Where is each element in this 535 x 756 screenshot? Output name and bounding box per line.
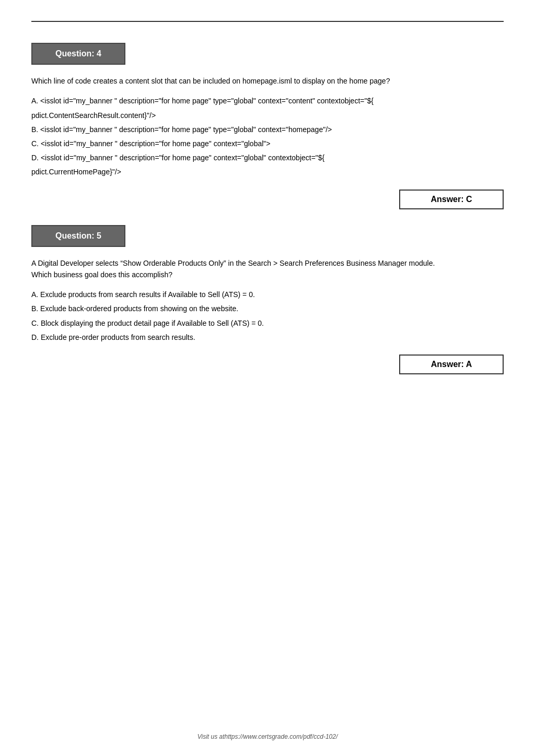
question-4-text: Which line of code creates a content slo… <box>31 75 504 87</box>
question-5-options: A. Exclude products from search results … <box>31 288 504 344</box>
question-5-text2: Which business goal does this accomplish… <box>31 270 172 279</box>
question-5-block: Question: 5 A Digital Developer selects … <box>31 225 504 375</box>
question-5-answer-container: Answer: A <box>31 355 504 374</box>
question-5-option-b: B. Exclude back-ordered products from sh… <box>31 302 504 315</box>
question-5-option-a: A. Exclude products from search results … <box>31 288 504 301</box>
question-5-text: A Digital Developer selects “Show Ordera… <box>31 257 504 281</box>
page-container: Question: 4 Which line of code creates a… <box>0 0 535 756</box>
question-5-text1: A Digital Developer selects “Show Ordera… <box>31 259 435 267</box>
question-4-answer-container: Answer: C <box>31 190 504 209</box>
question-5-option-c: C. Block displaying the product detail p… <box>31 317 504 330</box>
question-4-option-c: C. <isslot id="my_banner " description="… <box>31 137 504 150</box>
question-4-option-a2: pdict.ContentSearchResult.content}"/> <box>31 109 504 122</box>
question-4-options: A. <isslot id="my_banner " description="… <box>31 95 504 179</box>
question-4-block: Question: 4 Which line of code creates a… <box>31 43 504 209</box>
question-4-answer-box: Answer: C <box>399 190 504 209</box>
question-4-option-d2: pdict.CurrentHomePage}"/> <box>31 166 504 179</box>
question-4-header: Question: 4 <box>31 43 125 65</box>
question-5-header: Question: 5 <box>31 225 125 247</box>
question-5-answer-box: Answer: A <box>399 355 504 374</box>
question-4-option-d: D. <isslot id="my_banner " description="… <box>31 151 504 164</box>
question-5-option-d: D. Exclude pre-order products from searc… <box>31 331 504 344</box>
page-footer: Visit us athttps://www.certsgrade.com/pd… <box>0 733 535 740</box>
top-border <box>31 21 504 22</box>
question-4-option-a: A. <isslot id="my_banner " description="… <box>31 95 504 108</box>
question-4-option-b: B. <isslot id="my_banner " description="… <box>31 123 504 136</box>
